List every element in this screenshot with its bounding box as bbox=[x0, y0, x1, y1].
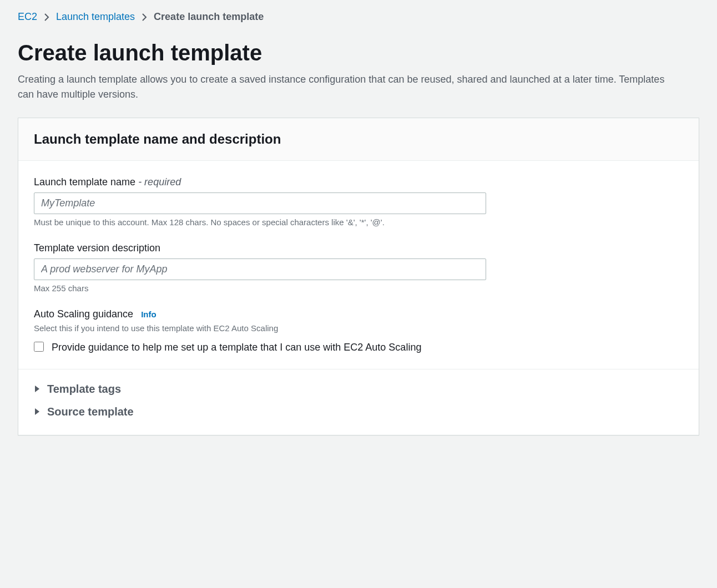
auto-scaling-guidance-checkbox[interactable] bbox=[34, 342, 44, 352]
caret-right-icon bbox=[34, 385, 41, 393]
auto-scaling-guidance-checkbox-label[interactable]: Provide guidance to help me set up a tem… bbox=[52, 339, 421, 356]
page-title: Create launch template bbox=[18, 40, 699, 65]
version-description-label: Template version description bbox=[34, 242, 683, 254]
breadcrumb-launch-templates[interactable]: Launch templates bbox=[56, 11, 135, 23]
template-name-hint: Must be unique to this account. Max 128 … bbox=[34, 217, 683, 227]
breadcrumb-ec2[interactable]: EC2 bbox=[18, 11, 37, 23]
template-name-label: Launch template name - required bbox=[34, 176, 683, 188]
breadcrumb: EC2 Launch templates Create launch templ… bbox=[18, 11, 699, 23]
page-description: Creating a launch template allows you to… bbox=[18, 72, 673, 102]
auto-scaling-guidance-hint: Select this if you intend to use this te… bbox=[34, 323, 683, 333]
info-link[interactable]: Info bbox=[141, 310, 156, 319]
expander-template-tags[interactable]: Template tags bbox=[34, 379, 683, 399]
expander-label: Template tags bbox=[47, 383, 121, 396]
panel-footer: Template tags Source template bbox=[18, 369, 699, 435]
chevron-right-icon bbox=[44, 13, 49, 21]
panel-header: Launch template name and description bbox=[18, 118, 699, 161]
form-group-version-description: Template version description Max 255 cha… bbox=[34, 242, 683, 293]
required-suffix: - required bbox=[135, 176, 181, 187]
panel-body: Launch template name - required Must be … bbox=[18, 161, 699, 369]
chevron-right-icon bbox=[142, 13, 147, 21]
panel-name-description: Launch template name and description Lau… bbox=[18, 118, 699, 435]
version-description-input[interactable] bbox=[34, 258, 486, 280]
auto-scaling-guidance-label: Auto Scaling guidance bbox=[34, 308, 133, 320]
template-name-input[interactable] bbox=[34, 192, 486, 214]
panel-heading: Launch template name and description bbox=[34, 131, 683, 147]
caret-right-icon bbox=[34, 408, 41, 415]
version-description-hint: Max 255 chars bbox=[34, 283, 683, 293]
breadcrumb-current: Create launch template bbox=[154, 11, 264, 23]
form-group-auto-scaling-guidance: Auto Scaling guidance Info Select this i… bbox=[34, 308, 683, 356]
template-name-label-text: Launch template name bbox=[34, 176, 135, 187]
expander-label: Source template bbox=[47, 405, 134, 418]
expander-source-template[interactable]: Source template bbox=[34, 402, 683, 422]
form-group-template-name: Launch template name - required Must be … bbox=[34, 176, 683, 227]
